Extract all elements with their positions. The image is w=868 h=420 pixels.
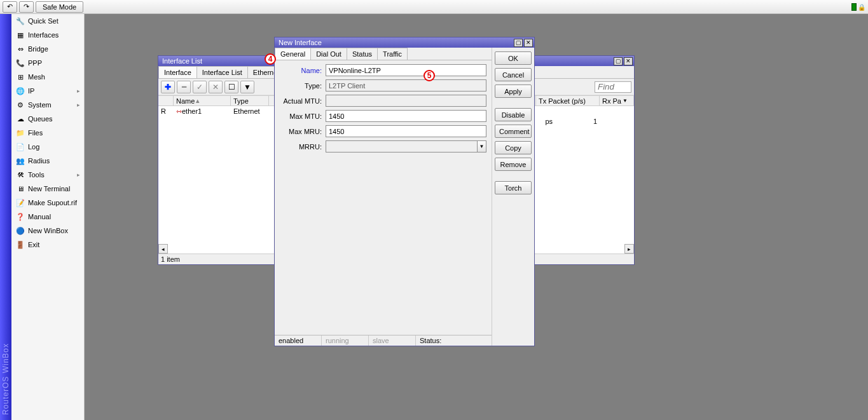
enable-button[interactable]: ✓ xyxy=(193,81,207,93)
topbar: ↶ ↷ Safe Mode xyxy=(0,0,868,14)
winbox-icon: 🔵 xyxy=(15,226,25,236)
sidebar-item-manual[interactable]: ❓Manual xyxy=(11,210,84,224)
disable-button[interactable]: Disable xyxy=(495,108,532,121)
col-name[interactable]: Name ▴ xyxy=(174,96,231,105)
sidebar-item-mesh[interactable]: ⊞Mesh xyxy=(11,70,84,84)
window-title: New Interface xyxy=(279,39,322,46)
minimize-button[interactable]: ▢ xyxy=(514,39,523,47)
mesh-icon: ⊞ xyxy=(15,72,25,82)
bridge-icon: ⇔ xyxy=(15,44,25,54)
find-input[interactable] xyxy=(595,81,631,93)
dialog-status-bar: enabled running slave Status: xyxy=(275,335,492,346)
remove-button[interactable]: ━ xyxy=(177,81,191,93)
max-mru-input[interactable] xyxy=(326,125,486,137)
tab-status[interactable]: Status xyxy=(347,48,378,60)
sidebar-item-tools[interactable]: 🛠Tools▸ xyxy=(11,168,84,182)
radius-icon: 👥 xyxy=(15,156,25,166)
sidebar-item-radius[interactable]: 👥Radius xyxy=(11,154,84,168)
undo-icon: ↶ xyxy=(7,3,13,11)
comment-button[interactable]: Comment xyxy=(495,125,532,138)
name-input[interactable] xyxy=(326,64,486,76)
annotation-4: 4 xyxy=(265,53,276,65)
mrru-dropdown-button[interactable]: ▼ xyxy=(478,140,486,152)
col-type[interactable]: Type xyxy=(231,96,269,105)
filter-button[interactable]: ▼ xyxy=(240,81,254,93)
sidebar: 🔧Quick Set ▦Interfaces ⇔Bridge 📞PPP ⊞Mes… xyxy=(11,14,85,420)
sidebar-item-queues[interactable]: ☁Queues xyxy=(11,112,84,126)
sidebar-item-files[interactable]: 📁Files xyxy=(11,126,84,140)
status-enabled: enabled xyxy=(275,335,322,346)
apply-button[interactable]: Apply xyxy=(495,85,532,98)
max-mru-label: Max MRU: xyxy=(280,128,322,135)
system-icon: ⚙ xyxy=(15,100,25,110)
sidebar-item-log[interactable]: 📄Log xyxy=(11,140,84,154)
mrru-input xyxy=(326,140,478,152)
remove-button[interactable]: Remove xyxy=(495,158,532,171)
max-mtu-input[interactable] xyxy=(326,110,486,122)
ok-button[interactable]: OK xyxy=(495,51,532,65)
sidebar-item-quickset[interactable]: 🔧Quick Set xyxy=(11,14,84,28)
terminal-icon: 🖥 xyxy=(15,184,25,194)
sidebar-item-exit[interactable]: 🚪Exit xyxy=(11,238,84,252)
lock-icon xyxy=(858,3,865,11)
comment-button[interactable]: ☐ xyxy=(224,81,238,93)
canvas: Interface List ▢ ✕ Interface Interface L… xyxy=(85,14,868,420)
redo-button[interactable]: ↷ xyxy=(19,1,34,13)
manual-icon: ❓ xyxy=(15,212,25,222)
close-button[interactable]: ✕ xyxy=(524,39,533,47)
tab-interface[interactable]: Interface xyxy=(158,66,197,78)
supout-icon: 📝 xyxy=(15,198,25,208)
scroll-left-button[interactable]: ◂ xyxy=(158,244,168,254)
max-mtu-label: Max MTU: xyxy=(280,112,322,120)
chevron-right-icon: ▸ xyxy=(77,172,80,178)
window-titlebar[interactable]: New Interface ▢ ✕ xyxy=(275,37,534,48)
cancel-button[interactable]: Cancel xyxy=(495,68,532,81)
status-slave: slave xyxy=(369,335,416,346)
tabs-row: General Dial Out Status Traffic xyxy=(275,48,492,60)
name-label: Name: xyxy=(280,67,322,74)
actual-mtu-label: Actual MTU: xyxy=(280,97,322,105)
mrru-label: MRRU: xyxy=(280,143,322,151)
sidebar-item-bridge[interactable]: ⇔Bridge xyxy=(11,42,84,56)
quickset-icon: 🔧 xyxy=(15,16,25,26)
sidebar-item-new-winbox[interactable]: 🔵New WinBox xyxy=(11,224,84,238)
sidebar-item-system[interactable]: ⚙System▸ xyxy=(11,98,84,112)
torch-button[interactable]: Torch xyxy=(495,181,532,194)
tab-traffic[interactable]: Traffic xyxy=(377,48,408,60)
form-panel: Name: Type: Actual MTU: Max MTU: xyxy=(275,60,492,335)
sidebar-item-interfaces[interactable]: ▦Interfaces xyxy=(11,28,84,42)
ppp-icon: 📞 xyxy=(15,58,25,68)
log-icon: 📄 xyxy=(15,142,25,152)
app-title-bar: RouterOS WinBox xyxy=(0,14,11,420)
tab-dialout[interactable]: Dial Out xyxy=(310,48,347,60)
ip-icon: 🌐 xyxy=(15,86,25,96)
copy-button[interactable]: Copy xyxy=(495,141,532,154)
sidebar-item-new-terminal[interactable]: 🖥New Terminal xyxy=(11,182,84,196)
scroll-right-button[interactable]: ▸ xyxy=(624,244,634,254)
minimize-button[interactable]: ▢ xyxy=(614,57,623,65)
undo-button[interactable]: ↶ xyxy=(3,1,17,13)
add-button[interactable]: ✚ xyxy=(161,81,175,93)
col-flag[interactable] xyxy=(158,96,174,105)
sidebar-item-ip[interactable]: 🌐IP▸ xyxy=(11,84,84,98)
close-button[interactable]: ✕ xyxy=(624,57,633,65)
sidebar-item-supout[interactable]: 📝Make Supout.rif xyxy=(11,196,84,210)
annotation-5: 5 xyxy=(424,70,435,81)
sidebar-item-ppp[interactable]: 📞PPP xyxy=(11,56,84,70)
queues-icon: ☁ xyxy=(15,114,25,124)
type-label: Type: xyxy=(280,82,322,90)
col-txp[interactable]: Tx Packet (p/s) xyxy=(536,96,600,105)
tab-general[interactable]: General xyxy=(275,48,311,60)
col-rxp[interactable]: Rx Pa ▼ xyxy=(600,96,634,105)
tab-interface-list[interactable]: Interface List xyxy=(196,66,248,78)
chevron-right-icon: ▸ xyxy=(77,88,80,94)
status-indicator-icon xyxy=(851,3,857,11)
status-label: Status: xyxy=(416,335,492,346)
chevron-right-icon: ▸ xyxy=(77,102,80,108)
safe-mode-button[interactable]: Safe Mode xyxy=(36,1,83,13)
actual-mtu-input xyxy=(326,95,486,107)
new-interface-window: New Interface ▢ ✕ General Dial Out Statu… xyxy=(274,37,535,346)
disable-button[interactable]: ✕ xyxy=(209,81,223,93)
interfaces-icon: ▦ xyxy=(15,30,25,40)
files-icon: 📁 xyxy=(15,128,25,138)
